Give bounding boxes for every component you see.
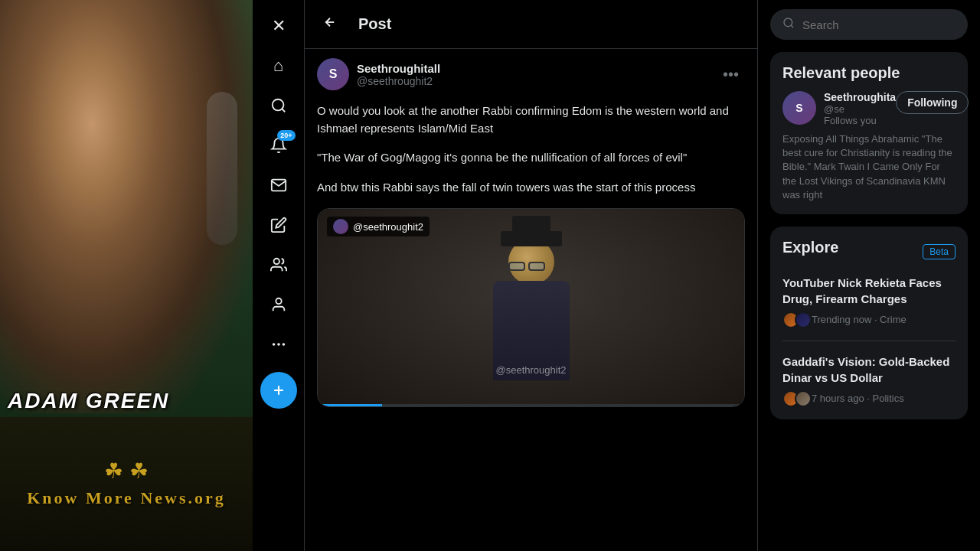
main-content: Post S Seethroughitall @seethroughit2 ••… [305, 0, 758, 551]
x-logo[interactable]: ✕ [260, 8, 297, 44]
post-author-row: S Seethroughitall @seethroughit2 ••• [305, 49, 757, 96]
bottom-banner: ☘ ☘ Know More News.org [0, 417, 253, 551]
explore-item-0-meta: Trending now · Crime [782, 311, 956, 328]
nav-more[interactable] [260, 326, 297, 363]
svg-point-2 [276, 298, 281, 304]
mic-decoration [207, 92, 237, 245]
relevant-person-handle: @se [824, 103, 896, 115]
nav-profile[interactable] [260, 286, 297, 323]
notification-badge: 20+ [277, 130, 295, 141]
twitter-panel: ✕ ⌂ 20+ [253, 0, 980, 551]
nav-compose[interactable] [260, 207, 297, 243]
post-header: Post [305, 0, 757, 49]
explore-item-1-title: Gaddafi's Vision: Gold-Backed Dinar vs U… [782, 354, 956, 386]
svg-point-3 [278, 344, 279, 345]
post-button[interactable] [260, 372, 297, 409]
left-nav: ✕ ⌂ 20+ [253, 0, 305, 551]
relevant-person-info: Seethroughita @se Follows you [824, 91, 896, 126]
explore-avatars-1 [782, 390, 807, 407]
video-avatar [333, 219, 348, 234]
explore-item-1-meta: 7 hours ago · Politics [782, 390, 956, 407]
nav-messages[interactable] [260, 167, 297, 204]
explore-section: Explore Beta YouTuber Nick Rekieta Faces… [770, 227, 968, 419]
triquetra-icon: ☘ ☘ [27, 458, 226, 484]
video-progress-fill [318, 404, 382, 406]
explore-item-0[interactable]: YouTuber Nick Rekieta Faces Drug, Firear… [782, 275, 956, 341]
relevant-person-follows: Follows you [824, 115, 896, 126]
explore-item-0-title: YouTuber Nick Rekieta Faces Drug, Firear… [782, 275, 956, 307]
svg-point-4 [283, 344, 284, 345]
search-box[interactable] [770, 9, 968, 40]
nav-home[interactable]: ⌂ [260, 47, 297, 84]
nav-search[interactable] [260, 87, 297, 124]
author-info: Seethroughitall @seethroughit2 [357, 62, 717, 87]
nav-notifications[interactable]: 20+ [260, 127, 297, 164]
post-text-3: And btw this Rabbi says the fall of twin… [305, 173, 757, 203]
svg-point-0 [272, 99, 283, 111]
relevant-person-name: Seethroughita [824, 91, 896, 103]
author-name: Seethroughitall [357, 62, 717, 75]
explore-avatars [782, 311, 807, 328]
nav-communities[interactable] [260, 246, 297, 283]
explore-avatar-3 [795, 390, 812, 407]
svg-point-8 [784, 18, 792, 27]
explore-item-0-tag: Trending now · Crime [812, 314, 906, 325]
streamer-panel: ADAM GREEN ☘ ☘ Know More News.org [0, 0, 253, 551]
explore-title: Explore [782, 239, 838, 256]
author-avatar: S [317, 58, 349, 90]
post-text-2: "The War of Gog/Magog it's gonna be the … [305, 143, 757, 173]
svg-point-1 [273, 259, 279, 264]
relevant-person-bio: Exposing All Things Abrahamic "The best … [782, 132, 956, 202]
explore-item-1[interactable]: Gaddafi's Vision: Gold-Backed Dinar vs U… [782, 354, 956, 407]
relevant-person: S Seethroughita @se Follows you Followin… [782, 91, 956, 126]
more-options-button[interactable]: ••• [717, 63, 745, 86]
back-button[interactable] [317, 9, 343, 39]
right-sidebar: Relevant people S Seethroughita @se Foll… [758, 0, 980, 551]
post-text-1: O would you look at the another Rabbi co… [305, 96, 757, 143]
streamer-name: ADAM GREEN [8, 389, 169, 413]
channel-name: Know More News.org [27, 487, 226, 510]
explore-header: Explore Beta [782, 239, 956, 266]
search-icon [782, 17, 795, 32]
relevant-person-avatar: S [782, 91, 816, 125]
video-container[interactable]: @seethroughit2 @seethroughit2 [317, 208, 745, 407]
page-title: Post [358, 15, 391, 33]
video-watermark: @seethroughit2 [496, 364, 567, 376]
author-handle: @seethroughit2 [357, 75, 717, 87]
video-progress-bar[interactable] [318, 404, 744, 406]
beta-badge: Beta [923, 244, 956, 259]
video-overlay-handle: @seethroughit2 [327, 217, 430, 236]
relevant-people-title: Relevant people [782, 64, 956, 82]
svg-point-5 [273, 344, 274, 345]
search-input[interactable] [802, 18, 956, 31]
following-button[interactable]: Following [896, 91, 969, 114]
relevant-people-section: Relevant people S Seethroughita @se Foll… [770, 52, 968, 214]
explore-avatar-1 [795, 311, 812, 328]
explore-item-1-tag: 7 hours ago · Politics [812, 393, 904, 404]
video-inner [318, 209, 744, 406]
